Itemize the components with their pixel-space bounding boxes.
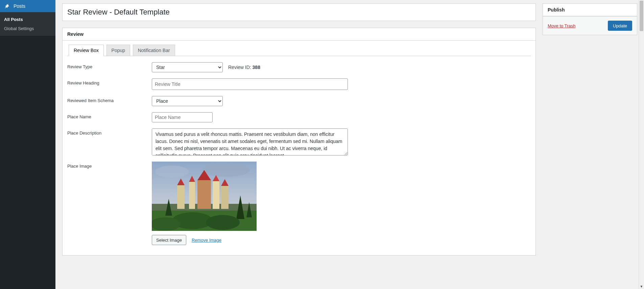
- submenu-posts: All Posts Global Settings: [0, 12, 55, 36]
- review-type-label: Review Type: [67, 62, 152, 69]
- review-postbox: Review Review Box Popup Notification Bar…: [62, 28, 536, 256]
- review-header-text: Review: [67, 31, 531, 37]
- select-image-button[interactable]: Select Image: [152, 235, 186, 245]
- svg-point-1: [155, 166, 189, 178]
- review-heading-input[interactable]: [152, 78, 348, 90]
- review-tabs: Review Box Popup Notification Bar: [67, 45, 531, 56]
- scroll-down-arrow[interactable]: ▼: [639, 285, 644, 288]
- place-image-preview: [152, 162, 257, 231]
- review-type-select[interactable]: Star: [152, 62, 223, 72]
- tab-popup[interactable]: Popup: [106, 45, 130, 56]
- schema-select[interactable]: Place: [152, 96, 223, 106]
- pushpin-icon: [4, 3, 11, 9]
- publish-postbox: Publish Move to Trash Update: [543, 3, 637, 35]
- svg-rect-7: [189, 182, 195, 209]
- place-image-label: Place Image: [67, 162, 152, 169]
- move-to-trash-link[interactable]: Move to Trash: [548, 23, 575, 28]
- svg-rect-9: [197, 180, 211, 209]
- update-button[interactable]: Update: [608, 21, 632, 31]
- svg-point-2: [202, 163, 250, 177]
- tab-notification-bar[interactable]: Notification Bar: [133, 45, 175, 56]
- svg-rect-11: [213, 181, 219, 209]
- place-desc-textarea[interactable]: [152, 128, 348, 155]
- menu-item-label: Posts: [14, 3, 25, 9]
- publish-header-text: Publish: [548, 7, 632, 13]
- window-scrollbar[interactable]: ▼: [639, 0, 644, 289]
- submenu-item-all-posts[interactable]: All Posts: [0, 15, 55, 24]
- svg-point-19: [206, 215, 240, 230]
- submenu-item-global-settings[interactable]: Global Settings: [0, 24, 55, 33]
- place-name-label: Place Name: [67, 112, 152, 119]
- review-postbox-header: Review: [63, 28, 535, 41]
- svg-rect-5: [177, 185, 185, 209]
- review-id-display: Review ID: 388: [228, 65, 260, 70]
- scrollbar-thumb[interactable]: [640, 1, 643, 31]
- review-heading-label: Review Heading: [67, 78, 152, 86]
- remove-image-link[interactable]: Remove Image: [192, 238, 221, 243]
- admin-sidebar: Posts All Posts Global Settings: [0, 0, 55, 289]
- schema-label: Reviewed Item Schema: [67, 96, 152, 103]
- place-name-input[interactable]: [152, 112, 213, 122]
- place-desc-label: Place Description: [67, 128, 152, 136]
- svg-rect-13: [221, 186, 229, 209]
- page-title: Star Review - Default Template: [62, 3, 536, 21]
- tab-review-box[interactable]: Review Box: [69, 45, 104, 56]
- publish-header: Publish: [543, 4, 637, 16]
- menu-item-posts[interactable]: Posts: [0, 0, 55, 12]
